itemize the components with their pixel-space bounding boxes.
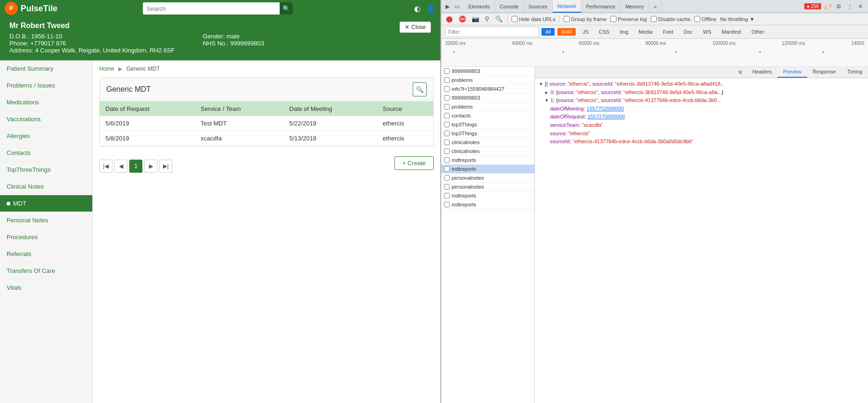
net-item-9[interactable]: clinicalnotes bbox=[441, 147, 534, 156]
detail-tabs: ✕ Headers Preview Response Timing bbox=[535, 67, 868, 78]
sidebar-item-problems[interactable]: Problems / Issues bbox=[0, 77, 92, 94]
devtools-more-icon[interactable]: ⋮ bbox=[846, 2, 854, 11]
detail-tab-headers[interactable]: Headers bbox=[747, 67, 778, 78]
detail-close-btn[interactable]: ✕ bbox=[734, 67, 747, 78]
json-root: ▼ [{ source: "ethercis", sourceId: "ethe… bbox=[539, 80, 864, 88]
devtools-close-icon[interactable]: ✕ bbox=[857, 2, 864, 11]
detail-tab-preview[interactable]: Preview bbox=[778, 67, 807, 78]
close-button[interactable]: ✕ Close bbox=[400, 22, 431, 33]
filter-media[interactable]: Media bbox=[635, 28, 656, 36]
page-next-btn[interactable]: ▶ bbox=[144, 160, 157, 173]
table-row[interactable]: 5/8/2019 xcacdfa 5/13/2019 ethercis bbox=[100, 131, 433, 146]
net-item-8[interactable]: clinicalnotes bbox=[441, 138, 534, 147]
net-item-15[interactable]: mdtreports bbox=[441, 200, 534, 209]
sidebar-item-clinical-notes[interactable]: Clinical Notes bbox=[0, 178, 92, 195]
record-btn[interactable]: ⬤ bbox=[445, 15, 454, 23]
search-button[interactable]: 🔍 bbox=[280, 2, 292, 15]
hide-data-urls-check[interactable] bbox=[512, 16, 518, 22]
page-prev-btn[interactable]: ◀ bbox=[114, 160, 127, 173]
tab-memory[interactable]: Memory bbox=[621, 0, 649, 13]
filter-all[interactable]: All bbox=[542, 28, 555, 36]
filter-doc[interactable]: Doc bbox=[680, 28, 697, 36]
net-item-14[interactable]: mdtreports bbox=[441, 191, 534, 200]
filter-btn[interactable]: ⚲ bbox=[484, 15, 490, 23]
net-item-5[interactable]: contacts bbox=[441, 111, 534, 120]
root-expand[interactable]: ▼ bbox=[539, 81, 543, 87]
warning-count: △ 7 bbox=[824, 3, 832, 9]
preserve-log-check[interactable] bbox=[610, 16, 616, 22]
tab-network[interactable]: Network bbox=[553, 0, 581, 13]
net-item-11-active[interactable]: mdtreports bbox=[441, 165, 534, 174]
filter-font[interactable]: Font bbox=[659, 28, 677, 36]
item0-expand[interactable]: ► bbox=[544, 90, 549, 95]
net-item-0[interactable]: 9999999803 bbox=[441, 67, 534, 76]
devtools-settings-icon[interactable]: ⚙ bbox=[835, 2, 843, 11]
filter-img[interactable]: Img bbox=[616, 28, 632, 36]
cell-source-0: ethercis bbox=[377, 116, 433, 131]
net-item-2[interactable]: info?t=1559046984427 bbox=[441, 85, 534, 94]
search-input[interactable] bbox=[143, 2, 280, 15]
tab-performance[interactable]: Performance bbox=[581, 0, 621, 13]
timeline-labels: 20000 ms 40000 ms 60000 ms 80000 ms 1000… bbox=[441, 39, 868, 48]
net-item-10[interactable]: mdtreports bbox=[441, 156, 534, 165]
section-header: Generic MDT 🔍 bbox=[100, 78, 433, 102]
detail-tab-response[interactable]: Response bbox=[807, 67, 842, 78]
tab-elements[interactable]: Elements bbox=[464, 0, 495, 13]
search-dev-btn[interactable]: 🔍 bbox=[494, 15, 504, 23]
table-search-button[interactable]: 🔍 bbox=[413, 82, 427, 96]
table-row[interactable]: 5/6/2019 Test MDT 5/22/2019 ethercis bbox=[100, 116, 433, 131]
filter-manifest[interactable]: Manifest bbox=[718, 28, 745, 36]
filter-xhr[interactable]: XHR bbox=[557, 28, 576, 36]
create-button[interactable]: + Create bbox=[394, 156, 434, 170]
clear-btn[interactable]: ⛔ bbox=[458, 15, 467, 23]
net-item-13[interactable]: personalnotes bbox=[441, 183, 534, 191]
tab-more[interactable]: » bbox=[649, 0, 662, 13]
sidebar-item-contacts[interactable]: Contacts bbox=[0, 145, 92, 161]
net-item-1[interactable]: problems bbox=[441, 76, 534, 85]
col-date-request: Date of Request bbox=[100, 102, 195, 116]
devtools-toolbar: ⬤ ⛔ 📷 ⚲ 🔍 Hide data URLs Group by frame … bbox=[441, 13, 868, 25]
filter-input[interactable] bbox=[445, 27, 539, 37]
breadcrumb-home[interactable]: Home bbox=[99, 66, 114, 72]
sidebar-item-vaccinations[interactable]: Vaccinations bbox=[0, 111, 92, 128]
filter-css[interactable]: CSS bbox=[595, 28, 613, 36]
sidebar-item-mdt[interactable]: MDT bbox=[0, 195, 92, 212]
sidebar-item-procedures[interactable]: Procedures bbox=[0, 229, 92, 246]
user-icon[interactable]: 👤 bbox=[426, 4, 436, 13]
devtools-mobile-icon[interactable]: ▭ bbox=[453, 2, 461, 11]
sidebar-item-patient-summary[interactable]: Patient Summary bbox=[0, 60, 92, 77]
group-by-frame-check[interactable] bbox=[564, 16, 570, 22]
sidebar-item-allergies[interactable]: Allergies bbox=[0, 128, 92, 145]
net-item-6[interactable]: top3Things bbox=[441, 120, 534, 129]
filter-other[interactable]: Other bbox=[748, 28, 768, 36]
devtools-cursor-icon[interactable]: ▶ bbox=[444, 2, 451, 11]
page-first-btn[interactable]: |◀ bbox=[99, 160, 112, 173]
contrast-icon[interactable]: ◐ bbox=[414, 4, 421, 13]
item1-expand[interactable]: ▼ bbox=[544, 98, 549, 103]
page-1-btn[interactable]: 1 bbox=[129, 160, 142, 173]
offline-check[interactable] bbox=[694, 16, 700, 22]
sidebar-item-vitals[interactable]: Vitals bbox=[0, 279, 92, 296]
tab-sources[interactable]: Sources bbox=[524, 0, 552, 13]
filter-js[interactable]: JS bbox=[579, 28, 592, 36]
nhs-value: 9999999803 bbox=[230, 40, 264, 47]
sidebar-item-topthreethings[interactable]: TopThreeThings bbox=[0, 161, 92, 178]
page-last-btn[interactable]: ▶| bbox=[159, 160, 172, 173]
sidebar-item-personal-notes[interactable]: Personal Notes bbox=[0, 212, 92, 229]
no-throttling-select[interactable]: No throttling ▼ bbox=[720, 16, 755, 22]
pagination: |◀ ◀ 1 ▶ ▶| bbox=[99, 160, 172, 173]
sidebar-item-transfers[interactable]: Transfers Of Care bbox=[0, 263, 92, 279]
filter-ws[interactable]: WS bbox=[699, 28, 715, 36]
camera-btn[interactable]: 📷 bbox=[471, 15, 480, 23]
net-item-4[interactable]: problems bbox=[441, 103, 534, 111]
sidebar-item-referrals[interactable]: Referrals bbox=[0, 246, 92, 263]
disable-cache-check[interactable] bbox=[651, 16, 657, 22]
net-item-12[interactable]: personalnotes bbox=[441, 174, 534, 183]
nhs-label: NHS No.: bbox=[203, 40, 229, 47]
tab-console[interactable]: Console bbox=[495, 0, 524, 13]
breadcrumb: Home ► Generic MDT bbox=[99, 65, 434, 73]
net-item-7[interactable]: top3Things bbox=[441, 129, 534, 138]
sidebar-item-medications[interactable]: Medications bbox=[0, 94, 92, 111]
net-item-3[interactable]: 9999999803 bbox=[441, 94, 534, 103]
detail-tab-timing[interactable]: Timing bbox=[841, 67, 868, 78]
